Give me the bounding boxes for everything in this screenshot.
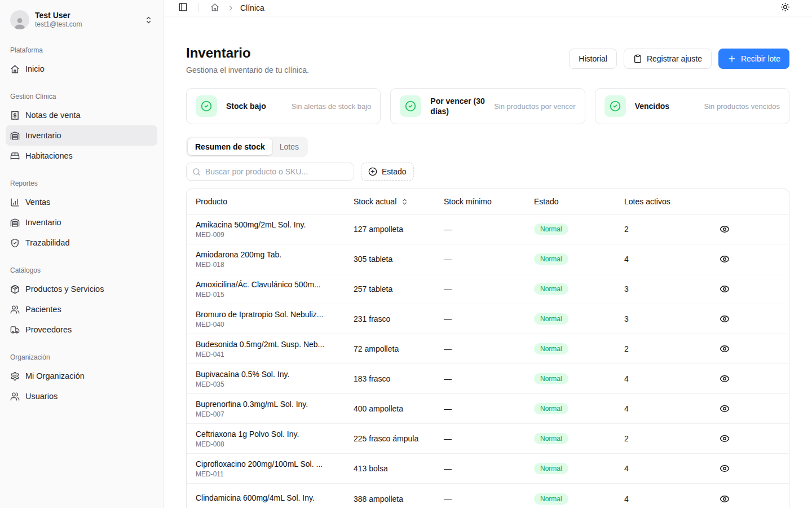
table-row: Budesonida 0.5mg/2mL Susp. Neb...MED-041… (187, 334, 789, 364)
sidebar-item-productos-y-servicios[interactable]: Productos y Servicios (6, 279, 157, 299)
product-name: Amoxicilina/Ác. Clavulánico 500m... (196, 280, 345, 290)
product-sku: MED-007 (196, 410, 345, 418)
home-icon (210, 3, 219, 14)
lotes-activos-value: 2 (615, 225, 714, 234)
circle-check-icon (604, 95, 626, 117)
sidebar-toggle-button[interactable] (175, 0, 191, 16)
card-title: Por vencer (30 días) (430, 96, 485, 116)
status-badge: Normal (534, 313, 568, 325)
table-row: Amoxicilina/Ác. Clavulánico 500m...MED-0… (187, 274, 789, 304)
stock-actual-value: 225 frasco ámpula (345, 434, 435, 443)
stock-minimo-value: — (435, 374, 525, 383)
view-details-button[interactable] (716, 370, 733, 387)
col-producto: Producto (187, 197, 345, 206)
col-stock-actual[interactable]: Stock actual (345, 197, 435, 206)
warehouse-icon (10, 131, 20, 141)
sidebar-item-label: Notas de venta (25, 111, 81, 120)
main-area: Clínica Inventario Gestiona el inventari… (164, 0, 812, 508)
status-badge: Normal (534, 253, 568, 265)
tab-lotes[interactable]: Lotes (272, 138, 306, 155)
view-details-button[interactable] (716, 400, 733, 417)
sidebar-item-inventario[interactable]: Inventario (6, 212, 157, 233)
sidebar-item-inicio[interactable]: Inicio (6, 59, 157, 79)
plus-icon (727, 54, 736, 63)
card-status: Sin alertas de stock bajo (292, 102, 372, 111)
receive-lot-button[interactable]: Recibir lote (718, 49, 789, 69)
view-details-button[interactable] (716, 340, 733, 357)
status-badge: Normal (534, 403, 568, 414)
view-tabs: Resumen de stock Lotes (186, 137, 308, 157)
sidebar-item-inventario[interactable]: Inventario (6, 125, 157, 146)
inventory-table: Producto Stock actual Stock mínimo Estad… (186, 189, 789, 508)
status-badge: Normal (534, 283, 568, 295)
sidebar-nav: PlataformaInicioGestión ClínicaNotas de … (6, 46, 157, 406)
history-button-label: Historial (579, 54, 607, 63)
product-sku: MED-018 (196, 261, 345, 269)
chevrons-up-down-icon (144, 16, 153, 24)
sidebar-item-label: Proveedores (25, 325, 72, 334)
sidebar-item-label: Usuarios (25, 392, 58, 401)
view-details-button[interactable] (716, 491, 733, 507)
view-details-button[interactable] (716, 251, 733, 268)
register-adjustment-button[interactable]: Registrar ajuste (624, 49, 712, 69)
sidebar-item-trazabilidad[interactable]: Trazabilidad (6, 233, 157, 253)
topbar-divider (198, 3, 199, 12)
stock-actual-value: 257 tableta (345, 284, 435, 294)
search-input[interactable] (205, 167, 348, 176)
sidebar-item-notas-de-venta[interactable]: Notas de venta (6, 105, 157, 125)
breadcrumb-current: Clínica (240, 3, 264, 12)
breadcrumb-home-link[interactable] (207, 0, 223, 16)
section-label-catalogos: Catálogos (6, 266, 157, 274)
avatar (10, 10, 29, 29)
history-button[interactable]: Historial (569, 49, 617, 69)
stock-minimo-value: — (435, 404, 525, 413)
circle-check-icon (400, 95, 421, 117)
card-title: Vencidos (635, 101, 669, 111)
product-sku: MED-009 (196, 231, 345, 239)
eye-icon (720, 433, 730, 444)
shield-check-icon (10, 238, 20, 248)
view-details-button[interactable] (716, 281, 733, 297)
sidebar-item-ventas[interactable]: Ventas (6, 192, 157, 212)
stock-minimo-value: — (435, 464, 525, 473)
estado-filter-button[interactable]: Estado (361, 163, 414, 181)
eye-icon (720, 344, 730, 354)
sidebar-item-proveedores[interactable]: Proveedores (6, 319, 157, 340)
view-details-button[interactable] (716, 310, 733, 327)
truck-icon (10, 325, 20, 335)
content: Inventario Gestiona el inventario de tu … (164, 16, 812, 508)
circle-plus-icon (368, 167, 377, 176)
sidebar-item-usuarios[interactable]: Usuarios (6, 386, 157, 406)
eye-icon (720, 374, 730, 384)
stock-minimo-value: — (435, 314, 525, 323)
card-stock-bajo: Stock bajo Sin alertas de stock bajo (186, 88, 381, 124)
tab-resumen-de-stock[interactable]: Resumen de stock (188, 138, 272, 155)
user-menu[interactable]: Test User test1@test.com (6, 7, 157, 33)
stock-actual-value: 231 frasco (345, 314, 435, 323)
status-badge: Normal (534, 463, 568, 474)
table-row: Bupivacaína 0.5% Sol. Iny.MED-035183 fra… (187, 364, 789, 394)
theme-toggle-button[interactable] (777, 0, 793, 16)
stock-actual-value: 400 ampolleta (345, 404, 435, 413)
estado-filter-label: Estado (382, 167, 407, 176)
sidebar-item-habitaciones[interactable]: Habitaciones (6, 146, 157, 166)
sidebar-item-label: Mi Organización (25, 371, 85, 380)
table-row: Ciprofloxacino 200mg/100mL Sol. ...MED-0… (187, 454, 789, 484)
card-por-vencer: Por vencer (30 días) Sin productos por v… (390, 88, 585, 124)
status-badge: Normal (534, 343, 568, 354)
view-details-button[interactable] (716, 221, 733, 238)
user-email: test1@test.com (35, 20, 139, 29)
sidebar-item-label: Productos y Servicios (25, 284, 104, 294)
view-details-button[interactable] (716, 430, 733, 447)
gear-icon (10, 371, 20, 381)
section-label-organizacion: Organización (6, 353, 157, 361)
sidebar-item-pacientes[interactable]: Pacientes (6, 299, 157, 319)
sort-icon[interactable] (401, 198, 408, 205)
sidebar-item-mi-organizacion[interactable]: Mi Organización (6, 366, 157, 386)
col-lotes-activos: Lotes activos (615, 197, 714, 206)
stock-actual-value: 305 tableta (345, 255, 435, 264)
lotes-activos-value: 4 (615, 464, 714, 473)
eye-icon (720, 254, 730, 264)
eye-icon (720, 494, 730, 504)
view-details-button[interactable] (716, 460, 733, 477)
